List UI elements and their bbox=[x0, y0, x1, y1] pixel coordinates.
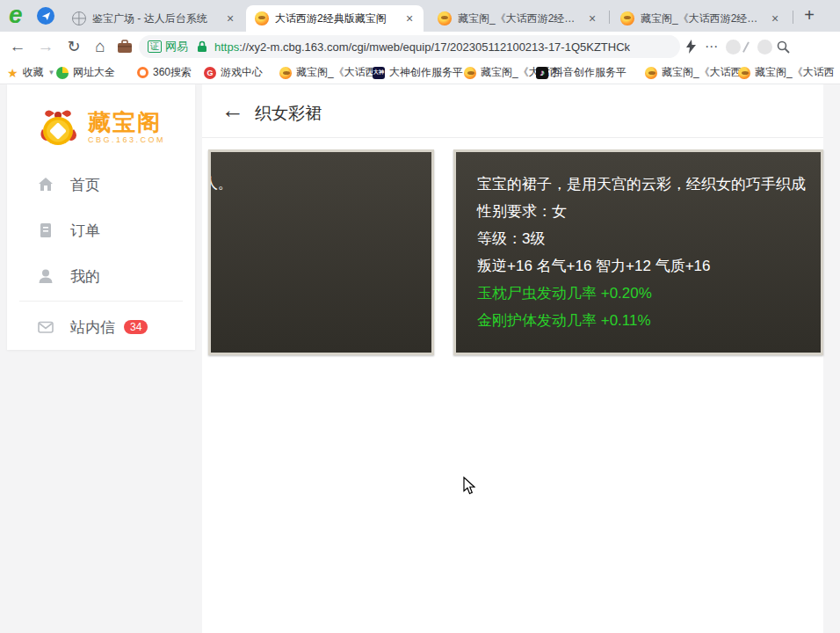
monkey-favicon bbox=[464, 67, 476, 79]
reload-button[interactable]: ↻ bbox=[63, 32, 84, 62]
browser-window: e 鉴宝广场 - 达人后台系统 × 大话西游2经典版藏宝阁 × 藏宝阁_《大话西… bbox=[0, 0, 840, 633]
bookmark-label: 藏宝阁_《大话西 bbox=[296, 65, 376, 80]
item-card-previous[interactable]: 人。 bbox=[208, 149, 434, 355]
bookmark-label: 网址大全 bbox=[73, 65, 115, 80]
cbg-logo[interactable]: 藏宝阁 CBG.163.COM bbox=[7, 98, 195, 156]
bookmark-item[interactable]: 360搜索 bbox=[137, 62, 192, 84]
forward-button[interactable]: → bbox=[35, 32, 56, 62]
logo-text: 藏宝阁 CBG.163.COM bbox=[88, 111, 165, 144]
star-icon: ★ bbox=[7, 66, 18, 80]
sidebar-item-messages[interactable]: 站内信 34 bbox=[7, 311, 195, 343]
mail-icon bbox=[37, 318, 54, 336]
sidebar-item-mine[interactable]: 我的 bbox=[7, 260, 195, 292]
bookmark-favorites[interactable]: ★ 收藏 ▼ bbox=[7, 62, 54, 84]
sidebar-item-home[interactable]: 首页 bbox=[7, 169, 195, 200]
tab-appraisal-plaza[interactable]: 鉴宝广场 - 达人后台系统 × bbox=[63, 5, 244, 32]
bookmark-label: 大神创作服务平 bbox=[389, 65, 463, 80]
nav-site-icon bbox=[56, 67, 69, 79]
bolt-icon[interactable] bbox=[685, 32, 697, 62]
tab-title: 鉴宝广场 - 达人后台系统 bbox=[92, 11, 218, 26]
close-icon[interactable]: × bbox=[585, 11, 599, 25]
ghost-circle-icon bbox=[757, 40, 772, 55]
clipped-text-fragment: 人。 bbox=[208, 173, 233, 193]
tab-dhxy2-cbg-active[interactable]: 大话西游2经典版藏宝阁 × bbox=[246, 5, 424, 32]
extension-icon[interactable] bbox=[726, 32, 741, 62]
new-tab-button[interactable]: + bbox=[798, 4, 821, 27]
bookmark-item[interactable]: G 游戏中心 bbox=[204, 62, 263, 84]
tab-separator bbox=[609, 11, 610, 24]
bookmark-label: 藏宝阁_《大话西 bbox=[662, 65, 742, 80]
tab-bar: e 鉴宝广场 - 达人后台系统 × 大话西游2经典版藏宝阁 × 藏宝阁_《大话西… bbox=[0, 0, 840, 32]
tab-title: 藏宝阁_《大话西游2经典版》 bbox=[641, 11, 763, 26]
magnifier-glyph bbox=[777, 40, 790, 54]
more-menu-button[interactable]: ⋯ bbox=[705, 32, 718, 62]
bookmark-item[interactable]: 藏宝阁_《大话西 bbox=[645, 62, 742, 84]
briefcase-glyph bbox=[117, 40, 133, 54]
close-icon[interactable]: × bbox=[223, 11, 237, 25]
sidebar-item-label: 站内信 bbox=[70, 317, 115, 338]
url-field[interactable]: 证 网易 https://xy2-m.cbg.163.com/cgi/mweb/… bbox=[139, 35, 680, 58]
bookmark-item[interactable]: 大神 大神创作服务平 bbox=[373, 62, 463, 84]
back-arrow-icon[interactable]: ← bbox=[221, 97, 244, 123]
page-content: 藏宝阁 CBG.163.COM 首页 订单 bbox=[0, 84, 840, 633]
address-bar: ← → ↻ ⌂ 证 网易 https://xy2-m.cbg.163.com/c… bbox=[0, 32, 840, 62]
tab-separator bbox=[793, 11, 793, 24]
home-icon bbox=[37, 176, 54, 193]
sidebar-item-label: 我的 bbox=[70, 266, 100, 287]
bookmarks-bar: ★ 收藏 ▼ 网址大全 360搜索 G 游戏中心 藏宝阁_《大话西 大神 大神创… bbox=[0, 62, 840, 84]
monkey-favicon bbox=[279, 67, 292, 79]
sidebar-item-orders[interactable]: 订单 bbox=[7, 215, 195, 246]
sidebar: 藏宝阁 CBG.163.COM 首页 订单 bbox=[7, 84, 195, 350]
cert-badge: 证 bbox=[148, 40, 162, 53]
globe-icon bbox=[72, 11, 86, 25]
tab-cbg-4[interactable]: 藏宝阁_《大话西游2经典版》 × bbox=[612, 5, 789, 32]
briefcase-icon[interactable] bbox=[114, 32, 135, 62]
tab-cbg-3[interactable]: 藏宝阁_《大话西游2经典版》 × bbox=[429, 5, 606, 32]
url-text: https://xy2-m.cbg.163.com/cgi/mweb/equip… bbox=[214, 40, 630, 54]
edit-icon[interactable] bbox=[745, 32, 747, 62]
page-title: 织女彩裙 bbox=[255, 102, 322, 125]
item-card-current[interactable]: 宝宝的裙子，是用天宫的云彩，经织女的巧手织成 性别要求：女 等级：3级 叛逆+1… bbox=[453, 149, 823, 355]
browser-logo-icon[interactable]: e bbox=[9, 1, 23, 29]
page-header: ← 织女彩裙 bbox=[202, 84, 823, 138]
chevron-down-icon: ▼ bbox=[48, 69, 55, 76]
monkey-favicon bbox=[620, 11, 634, 25]
bookmark-item[interactable]: ♪ 抖音创作服务平 bbox=[536, 62, 626, 84]
item-skill-proc-2: 金刚护体发动几率 +0.11% bbox=[477, 307, 821, 334]
bookmark-label: 收藏 bbox=[23, 65, 44, 80]
bookmark-item[interactable]: 藏宝阁_《大话西 bbox=[738, 62, 835, 84]
bookmark-item[interactable]: 网址大全 bbox=[56, 62, 115, 84]
order-icon bbox=[37, 222, 54, 239]
monkey-favicon bbox=[738, 67, 750, 79]
sidebar-item-label: 订单 bbox=[70, 221, 100, 241]
item-stats: 叛逆+16 名气+16 智力+12 气质+16 bbox=[477, 252, 821, 280]
paper-plane-icon bbox=[41, 11, 51, 21]
logo-subtitle: CBG.163.COM bbox=[88, 135, 165, 144]
tab-title: 大话西游2经典版藏宝阁 bbox=[275, 11, 397, 26]
url-path: ://xy2-m.cbg.163.com/cgi/mweb/equip/17/2… bbox=[239, 40, 630, 54]
game-center-icon: G bbox=[204, 67, 216, 79]
tab-title: 藏宝阁_《大话西游2经典版》 bbox=[458, 11, 580, 26]
monkey-favicon bbox=[645, 67, 657, 79]
douyin-icon: ♪ bbox=[536, 67, 548, 79]
monkey-favicon bbox=[438, 11, 452, 25]
mouse-cursor bbox=[463, 477, 475, 495]
lightning-glyph bbox=[685, 40, 697, 54]
sidebar-divider bbox=[19, 301, 183, 302]
back-button[interactable]: ← bbox=[7, 32, 28, 62]
monkey-favicon bbox=[255, 11, 269, 25]
extension-icon[interactable] bbox=[757, 32, 772, 62]
home-button[interactable]: ⌂ bbox=[90, 32, 111, 62]
item-gender-req: 性别要求：女 bbox=[477, 198, 821, 225]
close-icon[interactable]: × bbox=[768, 11, 782, 25]
url-scheme: https bbox=[214, 40, 239, 54]
cbg-logo-icon bbox=[37, 106, 83, 149]
search-icon[interactable] bbox=[777, 32, 790, 62]
share-button[interactable] bbox=[37, 7, 54, 25]
user-icon bbox=[37, 267, 54, 285]
bookmark-label: 游戏中心 bbox=[221, 65, 263, 80]
dashen-icon: 大神 bbox=[373, 67, 385, 79]
item-description: 宝宝的裙子，是用天宫的云彩，经织女的巧手织成 bbox=[477, 171, 821, 198]
close-icon[interactable]: × bbox=[402, 11, 416, 25]
bookmark-item[interactable]: 藏宝阁_《大话西 bbox=[279, 62, 376, 84]
